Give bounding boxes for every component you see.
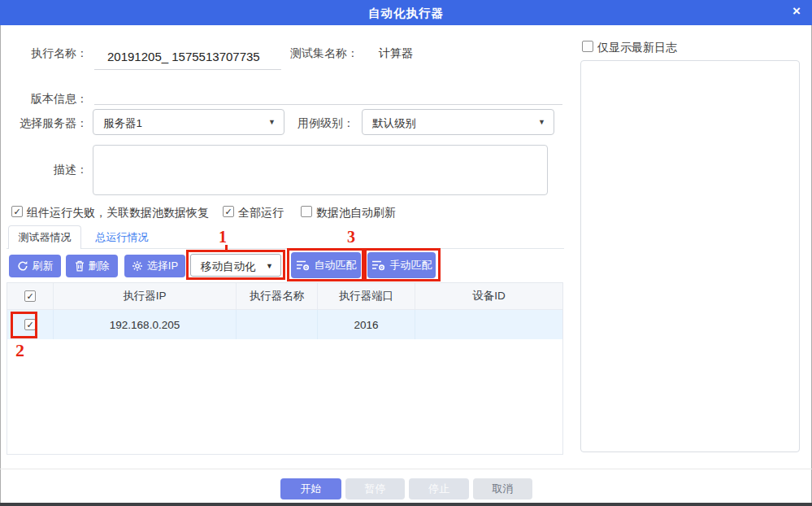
log-output-area[interactable] <box>580 60 800 452</box>
description-label: 描述： <box>7 163 88 177</box>
dialog-title: 自动化执行器 <box>0 6 812 21</box>
case-level-select-value: 默认级别 <box>372 116 416 131</box>
version-input[interactable] <box>94 78 562 105</box>
case-level-select[interactable]: 默认级别 ▼ <box>362 109 554 135</box>
automation-executor-dialog: 自动化执行器 × 执行名称： 20191205_ 1575513707735 测… <box>0 0 812 506</box>
exec-name-label: 执行名称： <box>7 46 88 61</box>
chevron-down-icon: ▼ <box>266 262 273 270</box>
description-textarea[interactable] <box>93 145 548 195</box>
gear-icon <box>132 260 143 272</box>
select-ip-button[interactable]: 选择IP <box>124 255 185 277</box>
tab-overall-run-status[interactable]: 总运行情况 <box>86 225 158 249</box>
annotation-number-2: 2 <box>15 340 24 361</box>
pause-button[interactable]: 暂停 <box>345 478 405 499</box>
header-executor-ip: 执行器IP <box>54 283 237 309</box>
tabbar-divider <box>7 248 564 249</box>
server-select[interactable]: 服务器1 ▼ <box>93 109 284 135</box>
chevron-down-icon: ▼ <box>538 118 545 126</box>
option-recover-datapool-label: 组件运行失败，关联数据池数据恢复 <box>27 206 209 220</box>
executor-table-header: ✓ 执行器IP 执行器名称 执行器端口 设备ID <box>7 283 562 310</box>
chevron-down-icon: ▼ <box>268 118 276 126</box>
version-label: 版本信息： <box>7 92 88 107</box>
header-select-all-cell: ✓ <box>7 283 54 309</box>
table-row[interactable]: ✓ 192.168.0.205 2016 <box>7 310 562 339</box>
server-label: 选择服务器： <box>7 116 88 131</box>
refresh-button-label: 刷新 <box>33 259 54 273</box>
test-set-label: 测试集名称： <box>290 46 358 61</box>
delete-button-label: 删除 <box>89 259 110 273</box>
close-icon[interactable]: × <box>792 3 801 20</box>
dialog-titlebar: 自动化执行器 × <box>0 0 812 25</box>
option-auto-refresh-checkbox[interactable] <box>301 206 312 217</box>
select-all-checkbox[interactable]: ✓ <box>24 290 36 302</box>
stop-button[interactable]: 停止 <box>409 478 469 499</box>
only-latest-log-checkbox[interactable] <box>582 41 593 52</box>
annotation-pointer-1 <box>225 245 228 251</box>
delete-button[interactable]: 删除 <box>66 255 118 277</box>
row-checkbox-cell: ✓ <box>7 310 54 339</box>
row-device-id <box>415 310 562 339</box>
option-run-all-checkbox[interactable]: ✓ <box>223 206 234 217</box>
select-ip-button-label: 选择IP <box>147 259 178 273</box>
option-auto-refresh-label: 数据池自动刷新 <box>316 206 396 220</box>
auto-match-button[interactable]: 自动匹配 <box>291 252 361 278</box>
server-select-value: 服务器1 <box>103 116 142 131</box>
executor-table: ✓ 执行器IP 执行器名称 执行器端口 设备ID ✓ 192.168.0.205… <box>7 282 563 455</box>
manual-match-button[interactable]: 手动匹配 <box>367 252 436 278</box>
option-run-all-label: 全部运行 <box>238 206 284 220</box>
row-checkbox[interactable]: ✓ <box>24 319 36 330</box>
filter-settings-icon <box>371 260 385 271</box>
mode-select[interactable]: 移动自动化 ▼ <box>190 254 281 277</box>
start-button[interactable]: 开始 <box>280 478 341 499</box>
header-executor-port: 执行器端口 <box>318 283 415 309</box>
auto-match-button-label: 自动匹配 <box>315 258 357 273</box>
row-executor-port: 2016 <box>318 310 415 339</box>
case-level-label: 用例级别： <box>297 116 354 131</box>
mode-select-value: 移动自动化 <box>201 260 256 274</box>
only-latest-log-label: 仅显示最新日志 <box>597 41 677 55</box>
exec-name-value: 20191205_ 1575513707735 <box>107 50 260 63</box>
annotation-number-1: 1 <box>219 228 227 246</box>
header-executor-name: 执行器名称 <box>237 283 318 309</box>
window-bottom-edge <box>0 503 812 506</box>
refresh-button[interactable]: 刷新 <box>9 255 61 277</box>
manual-match-button-label: 手动匹配 <box>390 258 432 273</box>
row-executor-name <box>237 310 318 339</box>
annotation-number-3: 3 <box>347 228 355 246</box>
filter-settings-icon <box>296 260 310 271</box>
test-set-value: 计算器 <box>379 46 413 61</box>
refresh-icon <box>17 260 28 272</box>
exec-name-input[interactable]: 20191205_ 1575513707735 <box>94 42 281 70</box>
trash-icon <box>75 260 85 272</box>
row-executor-ip: 192.168.0.205 <box>54 310 237 339</box>
header-device-id: 设备ID <box>415 283 562 309</box>
tab-executor-status[interactable]: 测试器情况 <box>8 225 81 249</box>
footer-divider <box>0 469 812 469</box>
option-recover-datapool-checkbox[interactable]: ✓ <box>11 206 23 217</box>
cancel-button[interactable]: 取消 <box>473 478 532 499</box>
